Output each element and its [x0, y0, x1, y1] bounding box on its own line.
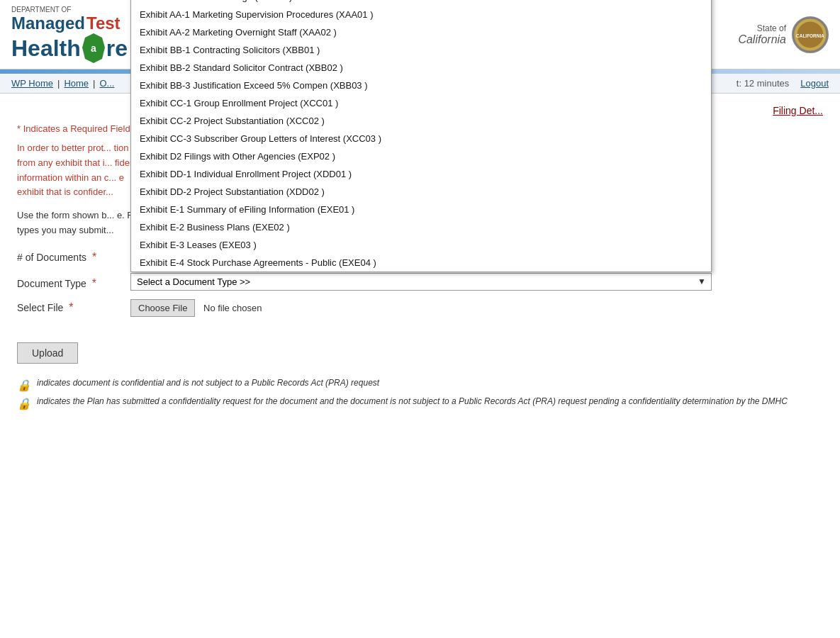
session-timer: t: 12 minutes	[737, 78, 789, 89]
choose-file-button[interactable]: Choose File	[130, 299, 195, 317]
dropdown-item[interactable]: Exhibit CC-3 Subscriber Group Letters of…	[131, 130, 711, 147]
nav-right: t: 12 minutes Logout	[737, 78, 829, 89]
doc-type-dropdown-container: Select a Document Type >> Comment Table …	[130, 273, 712, 291]
dropdown-item[interactable]: Exhibit AA-1 Marketing Supervision Proce…	[131, 6, 711, 23]
filing-details-link[interactable]: Filing Det...	[773, 105, 823, 116]
logo-bear-shape: a	[82, 33, 105, 63]
dept-line: DEPARTMENT OF	[11, 6, 128, 13]
dropdown-item[interactable]: Exhibit BB-1 Contracting Solicitors (XBB…	[131, 41, 711, 59]
required-note-text: Indicates a Required Field	[23, 123, 130, 134]
dropdown-item[interactable]: Exhibit CC-2 Project Substantiation (XCC…	[131, 112, 711, 130]
svg-text:CALIFORNIA: CALIFORNIA	[796, 33, 824, 38]
upload-button[interactable]: Upload	[17, 342, 78, 364]
footer-note-1-text: indicates document is confidential and i…	[37, 378, 379, 388]
doc-type-label: Document Type *	[17, 273, 130, 290]
logo-care: re	[106, 35, 128, 62]
logo-text-block: DEPARTMENT OF Managed Test Health a re	[11, 6, 128, 63]
wp-home-link[interactable]: WP Home	[11, 78, 53, 89]
lock-yellow-icon: 🔒	[17, 397, 31, 410]
logo-managed: Managed	[11, 13, 85, 33]
state-area: State of California CALIFORNIA	[738, 16, 829, 53]
dropdown-open-panel: Select a Document Type >> Comment Table …	[130, 0, 712, 272]
state-of-text: State of	[738, 23, 786, 33]
california-seal: CALIFORNIA	[792, 16, 829, 53]
california-text: California	[738, 33, 786, 46]
logout-link[interactable]: Logout	[800, 78, 829, 89]
dropdown-list[interactable]: Comment Table (CT01 )Continuity of Care …	[131, 0, 711, 272]
footer-note-2-row: 🔒 indicates the Plan has submitted a con…	[17, 396, 823, 410]
main-content: Filing Det... * Indicates a Required Fie…	[0, 94, 840, 426]
doc-type-select[interactable]: Select a Document Type >>	[130, 273, 712, 291]
select-file-label: Select File *	[17, 301, 130, 314]
num-docs-label: # of Documents *	[17, 251, 130, 264]
dropdown-item[interactable]: Exhibit A-D Execution Page (EXP01 )	[131, 0, 711, 6]
dropdown-item[interactable]: Exhibit AA-2 Marketing Overnight Staff (…	[131, 23, 711, 41]
dropdown-item[interactable]: Exhibit CC-1 Group Enrollment Project (X…	[131, 94, 711, 112]
dropdown-item[interactable]: Exhibit BB-2 Standard Solicitor Contract…	[131, 59, 711, 77]
logo-health: Health	[11, 35, 81, 62]
footer-note-2-text: indicates the Plan has submitted a confi…	[37, 396, 788, 406]
logo-area: DEPARTMENT OF Managed Test Health a re	[11, 6, 128, 63]
dropdown-item[interactable]: Exhibit BB-3 Justification Exceed 5% Com…	[131, 77, 711, 94]
dropdown-item[interactable]: Exhibit D2 Filings with Other Agencies (…	[131, 147, 711, 165]
nav-links: WP Home | Home | O...	[11, 78, 114, 89]
state-text-block: State of California	[738, 23, 786, 46]
form-section: # of Documents * Document Type * Select …	[17, 250, 823, 317]
lock-green-icon: 🔒	[17, 379, 31, 392]
home-link[interactable]: Home	[64, 78, 89, 89]
dropdown-item[interactable]: Exhibit DD-1 Individual Enrollment Proje…	[131, 165, 711, 183]
no-file-chosen-text: No file chosen	[203, 303, 262, 313]
footer-note-1-row: 🔒 indicates document is confidential and…	[17, 378, 823, 392]
dropdown-select-wrapper: Select a Document Type >> ▼	[130, 273, 712, 291]
doc-type-row: Document Type * Select a Document Type >…	[17, 273, 823, 291]
dropdown-item[interactable]: Exhibit DD-2 Project Substantiation (XDD…	[131, 183, 711, 201]
upload-area: Upload	[17, 331, 823, 364]
dropdown-item[interactable]: Exhibit E-3 Leases (EXE03 )	[131, 236, 711, 254]
other-link[interactable]: O...	[99, 78, 114, 89]
footer-notes: 🔒 indicates document is confidential and…	[17, 378, 823, 410]
svg-text:a: a	[91, 43, 96, 54]
logo-test: Test	[86, 13, 121, 33]
select-file-row: Select File * Choose File No file chosen	[17, 299, 823, 317]
dropdown-item[interactable]: Exhibit E-1 Summary of eFiling Informati…	[131, 201, 711, 218]
dropdown-item[interactable]: Exhibit E-4 Stock Purchase Agreements - …	[131, 254, 711, 272]
dropdown-item[interactable]: Exhibit E-2 Business Plans (EXE02 )	[131, 218, 711, 236]
file-input-area: Choose File No file chosen	[130, 299, 262, 317]
